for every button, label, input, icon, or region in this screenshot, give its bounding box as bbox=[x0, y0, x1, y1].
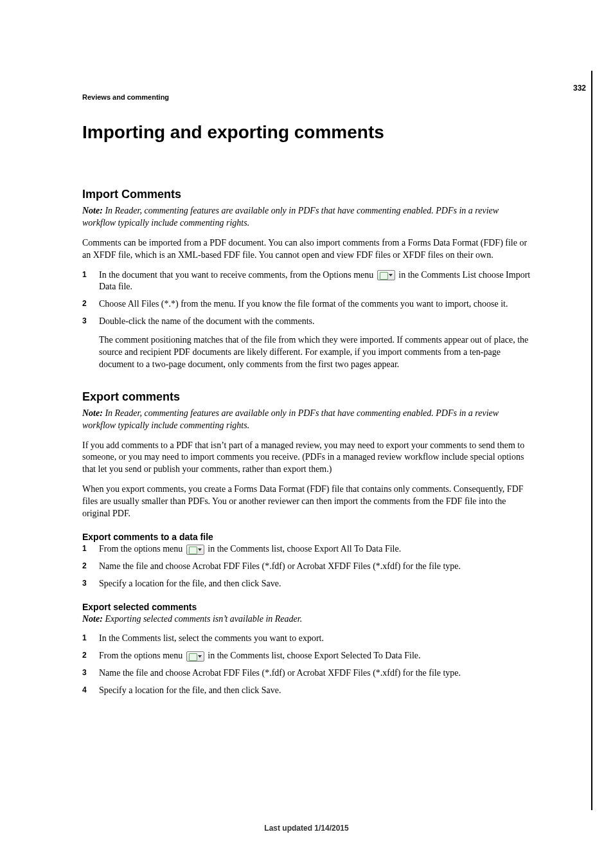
section-export: Export comments Note: In Reader, comment… bbox=[82, 390, 532, 697]
step-import-1: In the document that you want to receive… bbox=[82, 269, 532, 294]
content: Importing and exporting comments Import … bbox=[82, 122, 532, 716]
step-extra: The comment positioning matches that of … bbox=[99, 334, 532, 371]
note-label: Note: bbox=[82, 206, 103, 215]
page: 332 Reviews and commenting Importing and… bbox=[0, 0, 613, 868]
step-text: Specify a location for the file, and the… bbox=[99, 685, 281, 695]
breadcrumb: Reviews and commenting bbox=[82, 93, 169, 101]
step-text: Name the file and choose Acrobat FDF Fil… bbox=[99, 668, 461, 678]
footer-last-updated: Last updated 1/14/2015 bbox=[0, 824, 613, 833]
step-export2-3: Name the file and choose Acrobat FDF Fil… bbox=[82, 667, 532, 680]
note-import: Note: In Reader, commenting features are… bbox=[82, 205, 532, 230]
body-export-1: If you add comments to a PDF that isn’t … bbox=[82, 440, 532, 476]
options-menu-icon bbox=[186, 545, 204, 555]
step-export2-1: In the Comments list, select the comment… bbox=[82, 633, 532, 645]
steps-import: In the document that you want to receive… bbox=[82, 269, 532, 371]
step-text: Choose All Files (*.*) from the menu. If… bbox=[99, 299, 508, 309]
step-text: Specify a location for the file, and the… bbox=[99, 579, 281, 588]
body-export-2: When you export comments, you create a F… bbox=[82, 484, 532, 520]
note-text: In Reader, commenting features are avail… bbox=[82, 206, 499, 228]
step-export1-1: From the options menu in the Comments li… bbox=[82, 543, 532, 556]
options-menu-icon bbox=[377, 270, 395, 280]
step-text: Double-click the name of the document wi… bbox=[99, 316, 315, 326]
step-export1-2: Name the file and choose Acrobat FDF Fil… bbox=[82, 561, 532, 573]
step-import-2: Choose All Files (*.*) from the menu. If… bbox=[82, 298, 532, 311]
note-text: In Reader, commenting features are avail… bbox=[82, 408, 499, 430]
step-export2-4: Specify a location for the file, and the… bbox=[82, 685, 532, 697]
steps-export-datafile: From the options menu in the Comments li… bbox=[82, 543, 532, 590]
note-text: Exporting selected comments isn’t availa… bbox=[103, 614, 302, 624]
chapter-title: Importing and exporting comments bbox=[82, 122, 532, 143]
step-text-pre: From the options menu bbox=[99, 544, 185, 554]
step-text-post: in the Comments list, choose Export All … bbox=[206, 544, 401, 554]
section-import: Import Comments Note: In Reader, comment… bbox=[82, 188, 532, 371]
step-export2-2: From the options menu in the Comments li… bbox=[82, 650, 532, 662]
step-text-pre: From the options menu bbox=[99, 651, 185, 660]
body-import-1: Comments can be imported from a PDF docu… bbox=[82, 237, 532, 262]
options-menu-icon bbox=[186, 651, 204, 662]
step-import-3: Double-click the name of the document wi… bbox=[82, 316, 532, 371]
step-text: Name the file and choose Acrobat FDF Fil… bbox=[99, 561, 461, 571]
note-export: Note: In Reader, commenting features are… bbox=[82, 408, 532, 432]
step-text-pre: In the document that you want to receive… bbox=[99, 270, 376, 280]
note-label: Note: bbox=[82, 614, 103, 624]
page-number: 332 bbox=[573, 84, 586, 93]
step-text: In the Comments list, select the comment… bbox=[99, 633, 324, 643]
step-export1-3: Specify a location for the file, and the… bbox=[82, 578, 532, 590]
page-rule bbox=[591, 71, 592, 810]
heading-export-datafile: Export comments to a data file bbox=[82, 532, 532, 542]
heading-import: Import Comments bbox=[82, 188, 532, 201]
step-text-post: in the Comments list, choose Export Sele… bbox=[206, 651, 421, 660]
heading-export: Export comments bbox=[82, 390, 532, 404]
heading-export-selected: Export selected comments bbox=[82, 602, 532, 612]
steps-export-selected: In the Comments list, select the comment… bbox=[82, 633, 532, 697]
note-export-selected: Note: Exporting selected comments isn’t … bbox=[82, 613, 532, 626]
note-label: Note: bbox=[82, 408, 103, 418]
